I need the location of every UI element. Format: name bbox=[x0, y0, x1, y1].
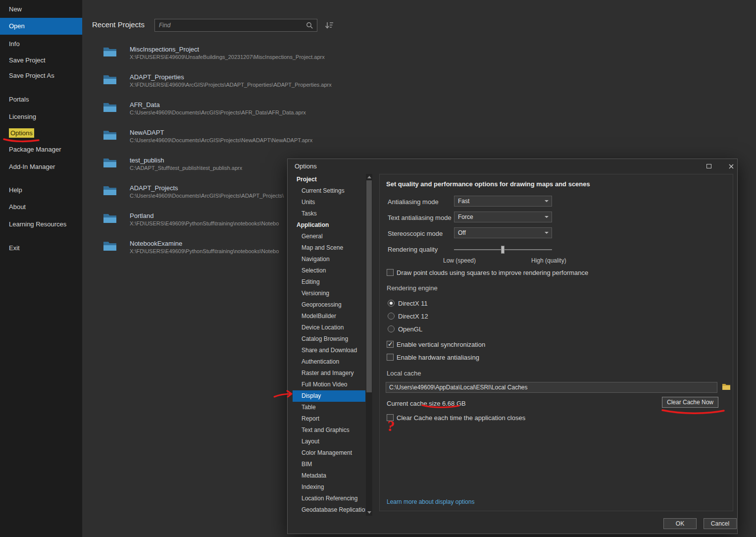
search-icon bbox=[306, 22, 313, 29]
project-name: test_publish bbox=[130, 157, 164, 164]
find-input[interactable] bbox=[155, 19, 301, 31]
tree-item-general[interactable]: General bbox=[293, 231, 365, 242]
text-antialiasing-mode-select[interactable]: Force bbox=[454, 212, 552, 222]
text-antialiasing-mode-label: Text antialiasing mode bbox=[388, 214, 452, 221]
tree-item-text-and-graphics[interactable]: Text and Graphics bbox=[293, 425, 365, 436]
project-folder-icon bbox=[103, 74, 117, 87]
tree-item-selection[interactable]: Selection bbox=[293, 265, 365, 276]
stereoscopic-mode-select[interactable]: Off bbox=[454, 227, 552, 238]
panel-heading: Set quality and performance options for … bbox=[386, 180, 590, 188]
cancel-button[interactable]: Cancel bbox=[704, 518, 737, 529]
vertical-sync-checkbox[interactable] bbox=[387, 341, 394, 348]
tree-item-navigation[interactable]: Navigation bbox=[293, 254, 365, 265]
learn-more-link[interactable]: Learn more about display options bbox=[387, 498, 474, 505]
point-clouds-checkbox[interactable] bbox=[387, 269, 394, 276]
chevron-down-icon bbox=[545, 216, 549, 218]
project-folder-icon bbox=[103, 240, 117, 253]
clear-cache-on-close-checkbox-label: Clear Cache each time the application cl… bbox=[397, 414, 525, 422]
sidebar-item-package-manager[interactable]: Package Manager bbox=[0, 141, 82, 158]
sidebar-item-save-project[interactable]: Save Project bbox=[0, 52, 82, 69]
directx12-radio-label: DirectX 12 bbox=[398, 313, 428, 320]
scrollbar-thumb[interactable] bbox=[366, 180, 372, 392]
tree-item-geodatabase-replication[interactable]: Geodatabase Replication bbox=[293, 504, 365, 516]
project-name: NotebookExamine bbox=[130, 240, 182, 247]
project-name: MiscInspections_Project bbox=[130, 46, 199, 53]
clear-cache-now-button[interactable]: Clear Cache Now bbox=[662, 397, 718, 408]
sidebar-item-help[interactable]: Help bbox=[0, 182, 82, 199]
ok-button[interactable]: OK bbox=[663, 518, 697, 529]
rendering-quality-slider-handle[interactable] bbox=[501, 246, 504, 254]
clear-cache-on-close-checkbox[interactable] bbox=[387, 414, 394, 421]
tree-group-application[interactable]: Application bbox=[293, 219, 365, 231]
tree-scrollbar[interactable] bbox=[366, 174, 372, 516]
project-path: X:\FD\USERS\E49609\ArcGIS\Projects\ADAPT… bbox=[130, 82, 332, 88]
tree-item-map-and-scene[interactable]: Map and Scene bbox=[293, 242, 365, 254]
sidebar-item-info[interactable]: Info bbox=[0, 36, 82, 53]
tree-item-units[interactable]: Units bbox=[293, 197, 365, 208]
sidebar-item-exit[interactable]: Exit bbox=[0, 240, 82, 257]
tree-item-current-settings[interactable]: Current Settings bbox=[293, 185, 365, 197]
scroll-up-icon[interactable] bbox=[367, 176, 371, 178]
project-folder-icon bbox=[103, 213, 117, 225]
maximize-icon[interactable] bbox=[705, 162, 714, 170]
tree-item-geoprocessing[interactable]: Geoprocessing bbox=[293, 299, 365, 311]
recent-project-miscinspections[interactable]: MiscInspections_Project X:\FD\USERS\E496… bbox=[82, 46, 379, 71]
project-path: C:\ADAPT_Stuff\test_publish\test_publish… bbox=[130, 165, 242, 171]
tree-item-share-and-download[interactable]: Share and Download bbox=[293, 345, 365, 356]
tree-group-project[interactable]: Project bbox=[293, 174, 365, 185]
options-highlight: Options bbox=[9, 128, 34, 138]
tree-item-raster-and-imagery[interactable]: Raster and Imagery bbox=[293, 368, 365, 379]
sidebar-item-save-project-as[interactable]: Save Project As bbox=[0, 67, 82, 84]
tree-item-display[interactable]: Display bbox=[293, 390, 365, 402]
slider-low-label: Low (speed) bbox=[443, 257, 476, 264]
sidebar-item-add-in-manager[interactable]: Add-In Manager bbox=[0, 159, 82, 175]
sidebar-item-licensing[interactable]: Licensing bbox=[0, 108, 82, 125]
slider-high-label: High (quality) bbox=[531, 257, 566, 264]
sidebar-item-learning-resources[interactable]: Learning Resources bbox=[0, 216, 82, 233]
find-search-box[interactable] bbox=[154, 19, 317, 32]
tree-item-bim[interactable]: BIM bbox=[293, 459, 365, 470]
tree-item-tasks[interactable]: Tasks bbox=[293, 208, 365, 219]
app-sidebar: New Open Info Save Project Save Project … bbox=[0, 0, 82, 537]
tree-item-location-referencing[interactable]: Location Referencing bbox=[293, 493, 365, 504]
tree-item-editing[interactable]: Editing bbox=[293, 276, 365, 288]
recent-project-newadapt[interactable]: NewADAPT C:\Users\e49609\Documents\ArcGI… bbox=[82, 129, 379, 155]
tree-item-color-management[interactable]: Color Management bbox=[293, 447, 365, 459]
hardware-antialiasing-checkbox[interactable] bbox=[387, 354, 394, 361]
antialiasing-mode-select[interactable]: Fast bbox=[454, 196, 552, 207]
local-cache-path-input[interactable] bbox=[386, 382, 717, 393]
tree-item-layout[interactable]: Layout bbox=[293, 436, 365, 447]
recent-project-adapt-properties[interactable]: ADAPT_Properties X:\FD\USERS\E49609\ArcG… bbox=[82, 73, 379, 99]
scroll-down-icon[interactable] bbox=[367, 511, 371, 514]
directx11-radio[interactable] bbox=[388, 300, 395, 307]
point-clouds-checkbox-label: Draw point clouds using squares to impro… bbox=[397, 269, 588, 276]
directx12-radio[interactable] bbox=[388, 313, 395, 320]
chevron-down-icon bbox=[545, 200, 549, 202]
sidebar-item-about[interactable]: About bbox=[0, 199, 82, 215]
tree-item-report[interactable]: Report bbox=[293, 413, 365, 425]
browse-folder-icon[interactable] bbox=[722, 383, 731, 393]
hardware-antialiasing-checkbox-label: Enable hardware antialiasing bbox=[397, 354, 479, 361]
project-path: C:\Users\e49609\Documents\ArcGIS\Project… bbox=[130, 109, 306, 115]
tree-item-authentication[interactable]: Authentication bbox=[293, 356, 365, 368]
recent-project-afr-data[interactable]: AFR_Data C:\Users\e49609\Documents\ArcGI… bbox=[82, 101, 379, 127]
sidebar-item-portals[interactable]: Portals bbox=[0, 91, 82, 108]
sidebar-item-new[interactable]: New bbox=[0, 1, 82, 18]
project-name: NewADAPT bbox=[130, 129, 164, 136]
sidebar-item-open[interactable]: Open bbox=[0, 18, 82, 35]
tree-item-modelbuilder[interactable]: ModelBuilder bbox=[293, 311, 365, 322]
sidebar-item-options[interactable]: Options bbox=[0, 125, 82, 142]
tree-item-indexing[interactable]: Indexing bbox=[293, 482, 365, 493]
vertical-sync-checkbox-label: Enable vertical synchronization bbox=[397, 341, 485, 348]
opengl-radio[interactable] bbox=[388, 325, 395, 332]
sort-descending-icon[interactable] bbox=[324, 21, 334, 31]
tree-item-versioning[interactable]: Versioning bbox=[293, 288, 365, 299]
tree-item-table[interactable]: Table bbox=[293, 402, 365, 413]
tree-item-full-motion-video[interactable]: Full Motion Video bbox=[293, 379, 365, 390]
close-icon[interactable] bbox=[727, 162, 736, 170]
antialiasing-mode-label: Antialiasing mode bbox=[388, 198, 439, 206]
tree-item-metadata[interactable]: Metadata bbox=[293, 470, 365, 482]
tree-item-device-location[interactable]: Device Location bbox=[293, 322, 365, 333]
project-folder-icon bbox=[103, 46, 117, 59]
tree-item-catalog-browsing[interactable]: Catalog Browsing bbox=[293, 333, 365, 345]
